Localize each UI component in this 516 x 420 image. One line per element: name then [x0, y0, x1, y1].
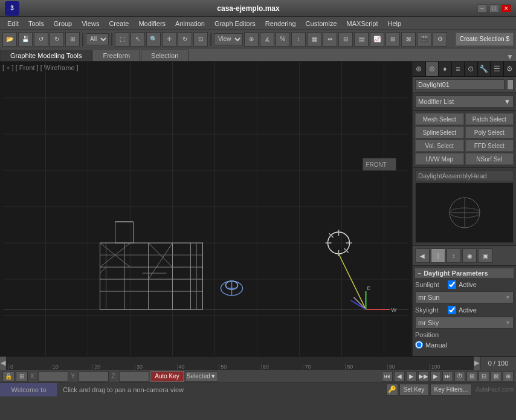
- menu-animation[interactable]: Animation: [170, 19, 210, 28]
- menu-tools[interactable]: Tools: [24, 19, 49, 28]
- bottom-lock-button[interactable]: 🔑: [386, 384, 398, 396]
- select-region-button[interactable]: ⬚: [115, 32, 129, 47]
- open-file-button[interactable]: 📂: [2, 32, 17, 47]
- skylight-active-checkbox[interactable]: [448, 306, 456, 314]
- render-setup-button[interactable]: 🎬: [417, 32, 431, 47]
- motion-circle-button[interactable]: ◉: [462, 248, 477, 263]
- snap-track-button[interactable]: ⊞: [16, 371, 28, 382]
- time-config-button[interactable]: ⏱: [454, 371, 465, 382]
- playback-extra-3[interactable]: ⊠: [491, 371, 501, 382]
- select-by-name-button[interactable]: 🔍: [146, 32, 161, 47]
- angle-snap-button[interactable]: ∡: [260, 32, 274, 47]
- view-select[interactable]: View: [214, 33, 243, 45]
- new-file-button[interactable]: ⊞: [65, 32, 80, 47]
- object-color-swatch[interactable]: [507, 79, 514, 90]
- timeline-prev-button[interactable]: ◀: [0, 357, 6, 370]
- ribbon-collapse-button[interactable]: ▼: [506, 53, 516, 61]
- prev-frame-button[interactable]: ◀: [394, 371, 405, 382]
- x-coord-input[interactable]: [38, 371, 68, 382]
- minimize-button[interactable]: –: [477, 4, 487, 13]
- material-editor-button[interactable]: ⊠: [401, 32, 416, 47]
- motion-icon[interactable]: ≡: [452, 62, 465, 76]
- daylight-section-header[interactable]: – Daylight Parameters: [415, 268, 514, 278]
- motion-prev-button[interactable]: ◀: [415, 248, 430, 263]
- menu-rendering[interactable]: Rendering: [260, 19, 301, 28]
- redo-button[interactable]: ↻: [50, 32, 64, 47]
- playback-extra-1[interactable]: ⊞: [466, 371, 477, 382]
- vol-select-button[interactable]: Vol. Select: [415, 140, 464, 152]
- snap-button[interactable]: ⊕: [244, 32, 259, 47]
- z-coord-input[interactable]: [119, 371, 149, 382]
- viewport[interactable]: [ + ] [ Front ] [ Wireframe ]: [0, 62, 412, 356]
- modifier-list-dropdown[interactable]: Modifier List ▼: [415, 95, 514, 108]
- y-coord-input[interactable]: [79, 371, 109, 382]
- menu-customize[interactable]: Customize: [301, 19, 342, 28]
- layer-button[interactable]: ▤: [354, 32, 369, 47]
- scale-button[interactable]: ⊡: [193, 32, 208, 47]
- extra-icon-2[interactable]: ⚙: [504, 62, 517, 76]
- save-file-button[interactable]: 💾: [18, 32, 33, 47]
- menu-graph-editors[interactable]: Graph Editors: [210, 19, 260, 28]
- close-button[interactable]: ✕: [501, 4, 511, 13]
- menu-views[interactable]: Views: [77, 19, 104, 28]
- move-button[interactable]: ✛: [162, 32, 176, 47]
- motion-grid-button[interactable]: ▣: [478, 248, 492, 263]
- mesh-select-button[interactable]: Mesh Select: [415, 113, 464, 125]
- ffd-select-button[interactable]: FFD Select: [465, 140, 514, 152]
- extra-icon-1[interactable]: ☰: [491, 62, 504, 76]
- schematic-view-button[interactable]: ⊞: [385, 32, 400, 47]
- menu-maxscript[interactable]: MAXScript: [342, 19, 383, 28]
- set-key-button[interactable]: Set Key: [399, 384, 429, 396]
- create-icon[interactable]: ⊕: [413, 62, 426, 76]
- timeline-next-button[interactable]: ▶: [474, 357, 480, 370]
- key-filters-button[interactable]: Key Filters...: [430, 384, 472, 396]
- sunlight-type-dropdown[interactable]: mr Sun ▼: [415, 291, 514, 303]
- playback-extra-4[interactable]: ⊕: [503, 371, 514, 382]
- object-name-input[interactable]: [415, 79, 505, 90]
- tab-freeform[interactable]: Freeform: [92, 50, 140, 61]
- play-all-button[interactable]: ▶▶: [418, 371, 429, 382]
- next-frame-button[interactable]: ▶: [430, 371, 441, 382]
- create-selection-button[interactable]: Create Selection $: [456, 33, 514, 46]
- nsurf-sel-button[interactable]: NSurf Sel: [465, 153, 514, 165]
- goto-start-button[interactable]: ⏮: [382, 371, 393, 382]
- menu-create[interactable]: Create: [104, 19, 134, 28]
- motion-up-button[interactable]: ↕: [447, 248, 461, 263]
- poly-select-button[interactable]: Poly Select: [465, 126, 514, 138]
- tab-graphite-modeling[interactable]: Graphite Modeling Tools: [0, 50, 92, 61]
- uvw-map-button[interactable]: UVW Map: [415, 153, 464, 165]
- spinner-snap-button[interactable]: ↕: [291, 32, 306, 47]
- spline-select-button[interactable]: SplineSelect: [415, 126, 464, 138]
- timeline-track[interactable]: 0 10 20 30 40 50 60 70 80 90 100: [6, 357, 474, 370]
- motion-play-button[interactable]: |: [431, 248, 445, 263]
- percent-snap-button[interactable]: %: [276, 32, 290, 47]
- object-display-label[interactable]: DaylightAssemblyHead: [415, 170, 514, 181]
- select-button[interactable]: ↖: [131, 32, 145, 47]
- utilities-icon[interactable]: 🔧: [478, 62, 491, 76]
- menu-edit[interactable]: Edit: [2, 19, 24, 28]
- goto-end-button[interactable]: ⏭: [442, 371, 453, 382]
- render-button[interactable]: ⚙: [433, 32, 447, 47]
- align-button[interactable]: ⊟: [338, 32, 353, 47]
- undo-button[interactable]: ↺: [34, 32, 48, 47]
- menu-modifiers[interactable]: Modifiers: [134, 19, 170, 28]
- auto-key-button[interactable]: Auto Key: [150, 371, 184, 382]
- selected-dropdown[interactable]: Selected ▼: [185, 371, 218, 382]
- patch-select-button[interactable]: Patch Select: [465, 113, 514, 125]
- maximize-button[interactable]: □: [489, 4, 499, 13]
- menu-group[interactable]: Group: [49, 19, 77, 28]
- sunlight-active-checkbox[interactable]: [448, 280, 456, 289]
- named-sel-button[interactable]: ▦: [307, 32, 321, 47]
- playback-extra-2[interactable]: ⊟: [479, 371, 489, 382]
- display-icon[interactable]: ⊙: [465, 62, 478, 76]
- rotate-button[interactable]: ↻: [178, 32, 192, 47]
- skylight-type-dropdown[interactable]: mr Sky ▼: [415, 317, 514, 329]
- play-button[interactable]: ▶: [406, 371, 417, 382]
- menu-help[interactable]: Help: [383, 19, 407, 28]
- tab-selection[interactable]: Selection: [141, 50, 189, 61]
- filter-select[interactable]: All: [86, 33, 109, 45]
- mirror-button[interactable]: ⇔: [323, 32, 337, 47]
- lock-button[interactable]: 🔒: [2, 371, 15, 382]
- curve-editor-button[interactable]: 📈: [370, 32, 384, 47]
- modify-icon active[interactable]: ⊚: [426, 62, 439, 76]
